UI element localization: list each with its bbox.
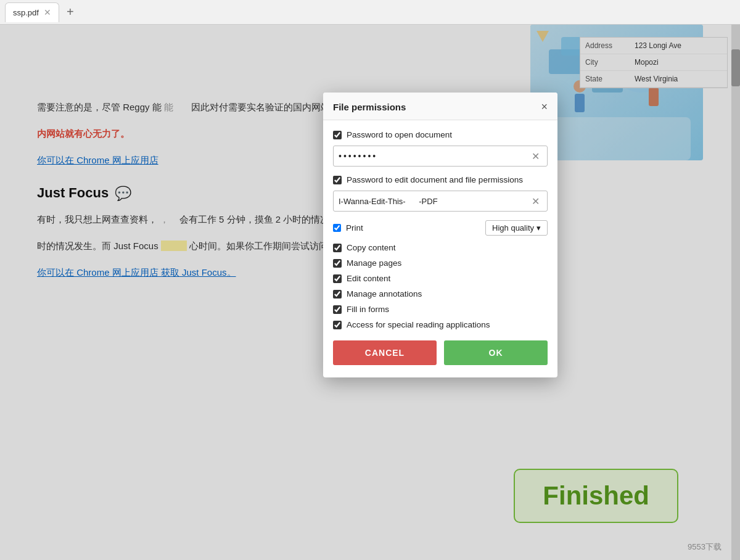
permission-copy-row: Copy content: [333, 243, 548, 252]
password-open-label: Password to open document: [347, 130, 452, 139]
permission-edit-content-row: Edit content: [333, 274, 548, 283]
quality-arrow-icon: ▾: [536, 223, 541, 233]
print-label: Print: [346, 223, 363, 233]
dialog-body: Password to open document ✕ Password to …: [323, 120, 557, 377]
permission-special-reading-row: Access for special reading applications: [333, 320, 548, 329]
permission-edit-content-checkbox[interactable]: [333, 274, 342, 283]
permission-copy-checkbox[interactable]: [333, 244, 342, 252]
file-permissions-dialog: File permissions × Password to open docu…: [323, 93, 557, 377]
password-edit-checkbox[interactable]: [333, 176, 342, 184]
cancel-button[interactable]: CANCEL: [333, 340, 437, 365]
permission-fill-forms-row: Fill in forms: [333, 305, 548, 314]
permission-fill-forms-label: Fill in forms: [347, 305, 389, 314]
print-checkbox[interactable]: [333, 224, 341, 232]
password-edit-checkbox-row: Password to edit document and file permi…: [333, 175, 548, 184]
content-area: Address 123 Longi Ave City Mopozi State …: [0, 25, 740, 560]
browser-tab[interactable]: ssp.pdf ✕: [5, 2, 59, 22]
dialog-close-button[interactable]: ×: [541, 101, 548, 112]
permission-manage-annotations-checkbox[interactable]: [333, 290, 342, 299]
ok-button[interactable]: OK: [444, 340, 548, 365]
password-open-clear-button[interactable]: ✕: [529, 149, 542, 163]
tab-label: ssp.pdf: [13, 8, 39, 17]
tab-close-icon[interactable]: ✕: [44, 8, 51, 17]
dialog-buttons: CANCEL OK: [333, 340, 548, 368]
print-left: Print: [333, 223, 363, 233]
quality-dropdown[interactable]: High quality ▾: [485, 220, 548, 236]
permission-fill-forms-checkbox[interactable]: [333, 305, 342, 314]
new-tab-button[interactable]: +: [62, 5, 79, 19]
password-open-input-wrapper: ✕: [333, 146, 548, 167]
permission-manage-annotations-row: Manage annotations: [333, 289, 548, 299]
quality-label: High quality: [492, 223, 534, 233]
permission-special-reading-label: Access for special reading applications: [347, 320, 490, 329]
password-edit-input-wrapper: ✕: [333, 191, 548, 212]
password-open-input[interactable]: [339, 151, 529, 161]
permission-copy-label: Copy content: [347, 243, 396, 252]
permission-special-reading-checkbox[interactable]: [333, 321, 342, 329]
dialog-header: File permissions ×: [323, 93, 557, 120]
permission-manage-pages-row: Manage pages: [333, 258, 548, 268]
password-open-checkbox[interactable]: [333, 131, 342, 139]
print-row: Print High quality ▾: [333, 220, 548, 236]
permission-manage-annotations-label: Manage annotations: [347, 289, 422, 299]
password-edit-clear-button[interactable]: ✕: [529, 194, 542, 208]
password-edit-label: Password to edit document and file permi…: [347, 175, 523, 184]
permission-manage-pages-checkbox[interactable]: [333, 259, 342, 268]
dialog-title: File permissions: [333, 102, 406, 112]
password-open-checkbox-row: Password to open document: [333, 130, 548, 139]
permission-edit-content-label: Edit content: [347, 274, 390, 283]
browser-chrome: ssp.pdf ✕ +: [0, 0, 740, 25]
permission-manage-pages-label: Manage pages: [347, 258, 401, 268]
permissions-list: Copy content Manage pages Edit content M…: [333, 243, 548, 329]
password-edit-input[interactable]: [339, 197, 529, 206]
